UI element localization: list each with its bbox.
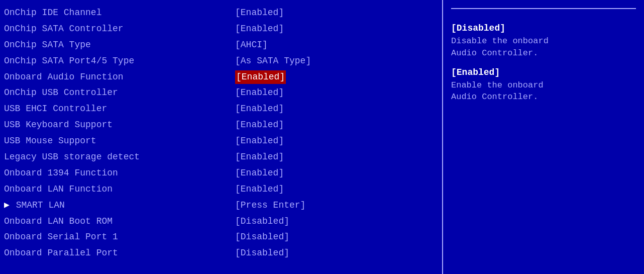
bios-row-value: [Enabled]: [235, 70, 286, 84]
bios-row-value: [Enabled]: [235, 182, 284, 197]
bios-row-value: [Press Enter]: [235, 199, 305, 213]
bios-row[interactable]: Onboard Audio Function[Enabled]: [4, 69, 438, 85]
bios-row-label: Onboard LAN Boot ROM: [4, 215, 235, 229]
help-sections-container: [Disabled]Disable the onboardAudio Contr…: [451, 23, 636, 103]
help-option-description: Disable the onboardAudio Controller.: [451, 35, 636, 59]
bios-row-value: [Enabled]: [235, 118, 284, 132]
main-panel: OnChip IDE Channel[Enabled]OnChip SATA C…: [0, 0, 443, 274]
bios-row[interactable]: Onboard LAN Function[Enabled]: [4, 181, 438, 198]
bios-row[interactable]: USB Keyboard Support[Enabled]: [4, 117, 438, 133]
bios-row-label: Onboard LAN Function: [4, 182, 235, 197]
bios-row-value: [AHCI]: [235, 38, 268, 52]
bios-row[interactable]: Onboard LAN Boot ROM[Disabled]: [4, 214, 438, 230]
bios-row[interactable]: OnChip SATA Type[AHCI]: [4, 37, 438, 53]
bios-row-label: Onboard 1394 Function: [4, 166, 235, 180]
bios-row[interactable]: Legacy USB storage detect[Enabled]: [4, 149, 438, 165]
help-option-description: Enable the onboardAudio Controller.: [451, 79, 636, 104]
bios-row-label: OnChip SATA Port4/5 Type: [4, 54, 235, 68]
bios-row-value: [Disabled]: [235, 215, 289, 229]
bios-row[interactable]: OnChip IDE Channel[Enabled]: [4, 5, 438, 21]
bios-row[interactable]: OnChip SATA Controller[Enabled]: [4, 21, 438, 37]
bios-row-value: [Enabled]: [235, 102, 284, 116]
bios-row-label: OnChip IDE Channel: [4, 6, 235, 20]
bios-row-value: [Enabled]: [235, 22, 284, 36]
bios-row[interactable]: OnChip USB Controller[Enabled]: [4, 85, 438, 101]
bios-rows-container: OnChip IDE Channel[Enabled]OnChip SATA C…: [4, 5, 438, 261]
bios-row-label: OnChip SATA Controller: [4, 22, 235, 36]
bios-row-value: [Enabled]: [235, 6, 284, 20]
bios-row-label: USB Keyboard Support: [4, 118, 235, 132]
bios-row-label: USB EHCI Controller: [4, 102, 235, 116]
bios-row-label: ▶ SMART LAN: [4, 199, 235, 213]
bios-row-value: [Enabled]: [235, 150, 284, 164]
bios-row-label: Onboard Serial Port 1: [4, 230, 235, 244]
help-option-label: [Enabled]: [451, 67, 636, 77]
bios-screen: OnChip IDE Channel[Enabled]OnChip SATA C…: [0, 0, 644, 274]
help-panel: [Disabled]Disable the onboardAudio Contr…: [443, 0, 644, 274]
help-section: [Enabled]Enable the onboardAudio Control…: [451, 67, 636, 104]
bios-row-value: [Enabled]: [235, 86, 284, 100]
bios-row-label: OnChip USB Controller: [4, 86, 235, 100]
bios-row[interactable]: USB Mouse Support[Enabled]: [4, 133, 438, 149]
bios-row[interactable]: Onboard Serial Port 1[Disabled]: [4, 229, 438, 245]
bios-row[interactable]: Onboard 1394 Function[Enabled]: [4, 165, 438, 181]
bios-row-value: [Disabled]: [235, 246, 289, 260]
bios-row[interactable]: Onboard Parallel Port[Disabled]: [4, 245, 438, 261]
bios-row-value: [Disabled]: [235, 230, 289, 244]
bios-row[interactable]: USB EHCI Controller[Enabled]: [4, 101, 438, 117]
help-panel-title: [451, 5, 636, 9]
bios-row-label: USB Mouse Support: [4, 134, 235, 148]
help-section: [Disabled]Disable the onboardAudio Contr…: [451, 23, 636, 59]
bios-row[interactable]: ▶ SMART LAN[Press Enter]: [4, 198, 438, 214]
bios-row-label: Onboard Audio Function: [4, 70, 235, 84]
bios-row-label: Legacy USB storage detect: [4, 150, 235, 164]
bios-row-value: [Enabled]: [235, 134, 284, 148]
bios-row[interactable]: OnChip SATA Port4/5 Type[As SATA Type]: [4, 53, 438, 69]
bullet-icon: ▶: [4, 200, 15, 210]
help-option-label: [Disabled]: [451, 23, 636, 33]
bios-row-label: Onboard Parallel Port: [4, 246, 235, 260]
bios-row-value: [Enabled]: [235, 166, 284, 180]
bios-row-label: OnChip SATA Type: [4, 38, 235, 52]
bios-row-value: [As SATA Type]: [235, 54, 311, 68]
